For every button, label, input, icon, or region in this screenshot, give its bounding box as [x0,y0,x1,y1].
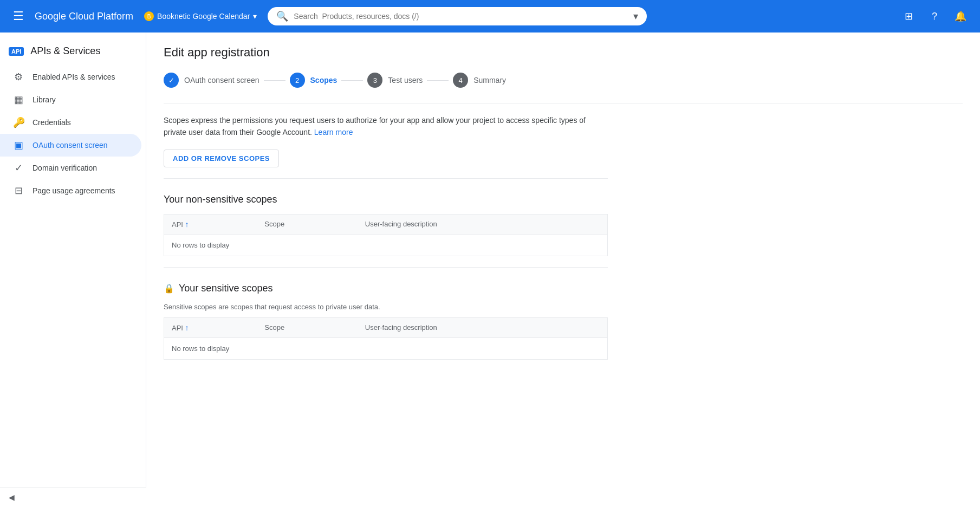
non-sensitive-empty-row: No rows to display [164,234,608,256]
page-title: Edit app registration [164,46,963,60]
step-label-scopes: Scopes [310,76,338,84]
step-circle-oauth: ✓ [164,73,179,88]
project-chevron-icon: ▾ [253,12,257,21]
step-circle-summary: 4 [453,73,468,88]
credentials-icon: 🔑 [13,116,24,128]
divider-top [164,103,963,103]
sidebar-header: API APIs & Services [0,41,146,66]
step-circle-scopes: 2 [290,73,305,88]
step-test-users: 3 Test users [367,73,423,88]
page-layout: API APIs & Services ⚙ Enabled APIs & ser… [0,32,980,507]
sensitive-col-description: User-facing description [358,317,608,337]
sensitive-empty-message: No rows to display [164,337,608,359]
sensitive-api-sort-icon: ↑ [185,323,189,332]
step-label-test-users: Test users [388,76,423,84]
api-sort-icon: ↑ [185,220,189,229]
sidebar-collapse-button[interactable]: ◀ [0,487,146,507]
search-bar[interactable]: 🔍 ▾ [268,7,647,25]
non-sensitive-col-api[interactable]: API ↑ [164,214,257,234]
step-connector-2 [341,80,363,81]
sidebar-item-enabled-apis[interactable]: ⚙ Enabled APIs & services [0,66,141,88]
non-sensitive-table: API ↑ Scope User-facing description No r… [164,214,608,256]
sidebar-item-page-usage[interactable]: ⊟ Page usage agreements [0,179,141,202]
collapse-icon: ◀ [9,493,15,502]
brand-logo: Google Cloud Platform [35,11,133,22]
hamburger-icon: ☰ [13,9,24,23]
step-connector-3 [427,80,449,81]
add-remove-scopes-button[interactable]: ADD OR REMOVE SCOPES [164,150,279,167]
sensitive-table: API ↑ Scope User-facing description No r… [164,317,608,360]
scopes-description: Scopes express the permissions you reque… [164,114,608,139]
main-content: Edit app registration ✓ OAuth consent sc… [146,32,980,507]
domain-icon: ✓ [13,162,24,174]
step-scopes: 2 Scopes [290,73,338,88]
notifications-button[interactable]: 🔔 [950,5,971,27]
sidebar-item-credentials[interactable]: 🔑 Credentials [0,111,141,134]
help-icon: ? [932,11,937,22]
support-button[interactable]: ? [924,5,945,27]
bell-icon: 🔔 [955,10,966,22]
sidebar-label-domain: Domain verification [33,164,97,172]
sidebar-label-library: Library [33,95,56,104]
non-sensitive-table-header: API ↑ Scope User-facing description [164,214,608,234]
top-navigation: ☰ Google Cloud Platform B Booknetic Goog… [0,0,980,32]
topnav-actions: ⊞ ? 🔔 [898,5,971,27]
step-circle-test-users: 3 [367,73,382,88]
oauth-icon: ▣ [13,139,24,151]
sidebar-item-oauth-consent[interactable]: ▣ OAuth consent screen [0,134,141,157]
brand-text: Google Cloud Platform [35,11,133,22]
project-selector[interactable]: B Booknetic Google Calendar ▾ [140,9,261,23]
apps-icon: ⊞ [905,10,913,22]
step-label-oauth: OAuth consent screen [184,76,259,84]
sensitive-subtitle: Sensitive scopes are scopes that request… [164,303,608,311]
project-dot-icon: B [144,11,154,21]
learn-more-link[interactable]: Learn more [314,128,353,136]
sidebar-label-oauth: OAuth consent screen [33,141,108,150]
sidebar-label-enabled-apis: Enabled APIs & services [33,73,115,81]
search-chevron-icon[interactable]: ▾ [633,10,638,22]
non-sensitive-col-description: User-facing description [358,214,608,234]
library-icon: ▦ [13,94,24,106]
sidebar-label-credentials: Credentials [33,118,71,127]
content-section: Scopes express the permissions you reque… [164,114,608,360]
step-connector-1 [264,80,285,81]
step-summary: 4 Summary [453,73,506,88]
non-sensitive-col-scope: Scope [257,214,358,234]
non-sensitive-empty-message: No rows to display [164,234,608,256]
hamburger-menu-button[interactable]: ☰ [9,5,28,28]
step-oauth: ✓ OAuth consent screen [164,73,259,88]
non-sensitive-title: Your non-sensitive scopes [164,194,608,205]
lock-icon: 🔒 [164,283,174,294]
stepper: ✓ OAuth consent screen 2 Scopes 3 Test u… [164,73,963,88]
project-name: Booknetic Google Calendar [157,12,250,21]
search-icon: 🔍 [276,10,288,22]
sensitive-col-scope: Scope [257,317,358,337]
sidebar-label-page-usage: Page usage agreements [33,186,115,195]
sidebar: API APIs & Services ⚙ Enabled APIs & ser… [0,32,146,507]
enabled-apis-icon: ⚙ [13,71,24,83]
step-label-summary: Summary [473,76,506,84]
page-usage-icon: ⊟ [13,185,24,197]
sidebar-item-domain-verification[interactable]: ✓ Domain verification [0,157,141,179]
sensitive-empty-row: No rows to display [164,337,608,359]
sensitive-col-api[interactable]: API ↑ [164,317,257,337]
search-input[interactable] [294,12,628,21]
sidebar-item-library[interactable]: ▦ Library [0,88,141,111]
divider-between-tables [164,267,608,268]
sidebar-title: APIs & Services [30,46,100,57]
sensitive-title: 🔒 Your sensitive scopes [164,283,608,294]
api-badge: API [9,47,24,56]
divider-mid [164,178,608,179]
apps-button[interactable]: ⊞ [898,5,919,27]
sensitive-table-header: API ↑ Scope User-facing description [164,317,608,337]
